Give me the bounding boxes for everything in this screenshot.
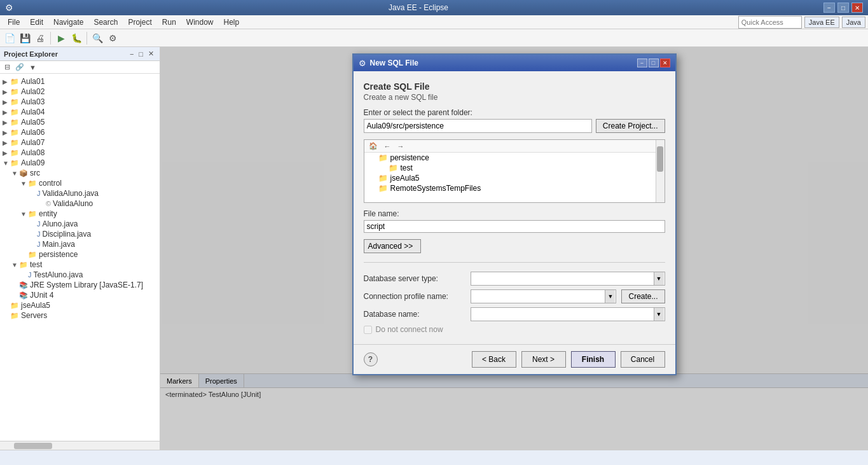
finish-button[interactable]: Finish [571, 351, 616, 368]
sidebar-tree-item[interactable]: J Main.java [0, 239, 160, 249]
sidebar-tree-item[interactable]: ▼ 📁 Aula09 [0, 158, 160, 168]
perspective-java-button[interactable]: Java [842, 17, 865, 28]
tree-item-remotesystems[interactable]: 📁 RemoteSystemsTempFiles [364, 183, 665, 193]
tree-item-test[interactable]: 📁 test [364, 163, 665, 173]
sidebar-tree-item[interactable]: J Disciplina.java [0, 229, 160, 239]
sidebar-toolbar: ⊟ 🔗 ▼ [0, 61, 160, 74]
do-not-connect-checkbox[interactable] [364, 326, 372, 334]
do-not-connect-label: Do not connect now [376, 325, 443, 334]
sidebar-minimize-button[interactable]: − [128, 49, 135, 59]
connection-profile-select[interactable] [471, 289, 617, 303]
sidebar-tree-item[interactable]: J TestAluno.java [0, 270, 160, 280]
tree-scrollbar[interactable] [656, 140, 665, 202]
menu-search[interactable]: Search [88, 17, 123, 28]
sidebar-tree-item[interactable]: © ValidaAluno [0, 198, 160, 209]
dialog-close-button[interactable]: ✕ [660, 59, 670, 67]
sidebar-maximize-button[interactable]: □ [137, 49, 145, 59]
run-button[interactable]: ▶ [54, 31, 68, 45]
tree-item-icon: 📁 [10, 88, 19, 96]
help-button[interactable]: ? [364, 352, 378, 366]
collapse-all-button[interactable]: ⊟ [3, 62, 12, 72]
new-button[interactable]: 📄 [3, 31, 17, 45]
create-project-button[interactable]: Create Project... [596, 119, 665, 133]
sidebar-tree-item[interactable]: ▶ 📁 Aula06 [0, 127, 160, 137]
menu-window[interactable]: Window [181, 17, 219, 28]
sidebar-tree-item[interactable]: ▶ 📁 Aula07 [0, 137, 160, 148]
quick-access-input[interactable] [738, 16, 802, 29]
back-button[interactable]: < Back [472, 351, 516, 368]
create-connection-button[interactable]: Create... [621, 289, 665, 303]
sidebar-tree-item[interactable]: ▶ 📁 Aula05 [0, 117, 160, 127]
sidebar-tree-item[interactable]: ▼ 📁 test [0, 260, 160, 270]
debug-button[interactable]: 🐛 [69, 31, 83, 45]
tree-item-label: Aula08 [21, 148, 45, 157]
menu-help[interactable]: Help [219, 17, 245, 28]
db-server-type-row: Database server type: ▼ [364, 272, 665, 286]
tree-item-label: Aula01 [21, 77, 45, 86]
menu-run[interactable]: Run [157, 17, 181, 28]
file-name-input[interactable] [364, 220, 665, 233]
tree-item-icon: © [46, 200, 51, 207]
sidebar-tree-item[interactable]: ▶ 📁 Aula02 [0, 87, 160, 97]
scrollbar-thumb[interactable] [14, 443, 52, 449]
sidebar-tree-item[interactable]: 📁 persistence [0, 249, 160, 260]
menu-project[interactable]: Project [123, 17, 156, 28]
maximize-button[interactable]: □ [837, 3, 849, 13]
tree-item-persistence[interactable]: 📁 persistence [364, 153, 665, 163]
tree-item-label: JRE System Library [JavaSE-1.7] [30, 281, 143, 289]
sidebar-menu-button[interactable]: ▼ [27, 63, 38, 72]
tree-forward-button[interactable]: → [396, 142, 406, 151]
toolbar-separator-2 [86, 32, 87, 45]
close-button[interactable]: ✕ [851, 3, 863, 13]
tree-collapse-arrow: ▶ [3, 88, 10, 95]
db-server-type-select[interactable] [471, 272, 665, 286]
advanced-button[interactable]: Advanced >> [364, 239, 421, 253]
tree-scrollbar-thumb [657, 146, 663, 172]
sidebar-tree-item[interactable]: 📁 Servers [0, 310, 160, 321]
tree-collapse-arrow: ▶ [3, 78, 10, 85]
tree-home-button[interactable]: 🏠 [367, 141, 380, 151]
settings-button[interactable]: ⚙ [106, 31, 120, 45]
tree-item-icon: 📁 [28, 179, 37, 188]
tree-item-icon: 📁 [10, 98, 19, 106]
tree-item-jseaula5[interactable]: 📁 jseAula5 [364, 173, 665, 183]
sidebar-tree-item[interactable]: ▼ 📁 entity [0, 209, 160, 219]
sidebar-tree-item[interactable]: 📚 JRE System Library [JavaSE-1.7] [0, 280, 160, 290]
sidebar-tree-item[interactable]: J Aluno.java [0, 219, 160, 229]
tree-expand-arrow: ▼ [20, 211, 28, 218]
cancel-button[interactable]: Cancel [621, 351, 665, 368]
toolbar-separator-1 [50, 32, 51, 45]
sidebar-close-button[interactable]: ✕ [146, 49, 156, 59]
sidebar-tree-item[interactable]: ▶ 📁 Aula04 [0, 107, 160, 117]
tree-item-icon: 📚 [19, 291, 28, 300]
next-button[interactable]: Next > [521, 351, 566, 368]
horizontal-scrollbar[interactable] [0, 441, 160, 450]
perspective-java-ee-button[interactable]: Java EE [804, 17, 839, 28]
parent-folder-input[interactable] [364, 119, 592, 133]
tree-item-label: Aula06 [21, 128, 45, 137]
sidebar-tree-item[interactable]: J ValidaAluno.java [0, 188, 160, 198]
menu-navigate[interactable]: Navigate [48, 17, 88, 28]
tree-item-icon: 📁 [28, 210, 37, 218]
menu-file[interactable]: File [3, 17, 25, 28]
link-with-editor-button[interactable]: 🔗 [13, 62, 26, 72]
sidebar-tree-item[interactable]: ▼ 📁 control [0, 178, 160, 188]
tree-collapse-arrow: ▶ [3, 109, 10, 116]
tree-item-label: Aula04 [21, 108, 45, 116]
tree-item-label: Disciplina.java [43, 230, 92, 239]
sidebar-tree-item[interactable]: 📁 jseAula5 [0, 300, 160, 310]
database-name-select[interactable] [471, 307, 665, 321]
sidebar-tree-item[interactable]: ▼ 📦 src [0, 168, 160, 178]
sidebar-tree-item[interactable]: ▶ 📁 Aula01 [0, 76, 160, 87]
minimize-button[interactable]: − [823, 3, 835, 13]
search-toolbar-button[interactable]: 🔍 [90, 31, 104, 45]
sidebar-tree-item[interactable]: 📚 JUnit 4 [0, 290, 160, 300]
save-button[interactable]: 💾 [18, 31, 32, 45]
sidebar-tree-item[interactable]: ▶ 📁 Aula08 [0, 148, 160, 158]
print-button[interactable]: 🖨 [33, 31, 47, 45]
tree-back-button[interactable]: ← [382, 142, 393, 151]
dialog-maximize-button[interactable]: □ [649, 59, 659, 67]
dialog-minimize-button[interactable]: − [637, 59, 647, 67]
sidebar-tree-item[interactable]: ▶ 📁 Aula03 [0, 97, 160, 107]
menu-edit[interactable]: Edit [25, 17, 48, 28]
